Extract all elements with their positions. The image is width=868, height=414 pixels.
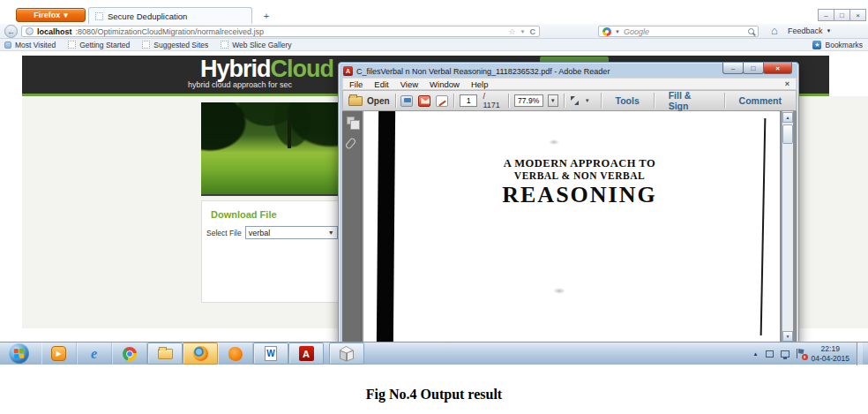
pdf-page: A MODERN APPROACH TO VERBAL & NON VERBAL… — [363, 111, 780, 342]
dropdown-arrow-icon: ▼ — [328, 230, 334, 236]
bookmark-suggested-sites[interactable]: Suggested Sites — [142, 41, 208, 49]
minimize-button[interactable]: – — [818, 9, 834, 21]
sign-icon[interactable] — [436, 95, 448, 107]
download-file-panel: Download File Select File verbal ▼ — [201, 200, 348, 303]
minimize-button[interactable]: – — [722, 63, 744, 74]
show-bookmarks-button[interactable]: ★ Bookmarks — [812, 39, 863, 51]
feedback-button[interactable]: Feedback ▼ — [788, 26, 831, 35]
menu-edit[interactable]: Edit — [374, 79, 388, 89]
attachments-icon[interactable] — [345, 137, 357, 149]
pdf-window-title: C_filesVerbal n Non Verbal Reasoning_111… — [356, 67, 610, 76]
search-placeholder: Google — [624, 27, 649, 36]
pdf-file-icon: A — [343, 66, 353, 76]
history-dropdown-icon[interactable]: ▼ — [520, 29, 526, 34]
page-total: / 1171 — [483, 92, 502, 109]
windows-logo-icon — [14, 349, 25, 359]
close-button[interactable]: × — [763, 63, 792, 74]
file-select-dropdown[interactable]: verbal ▼ — [245, 226, 338, 239]
tray-app-icon[interactable] — [766, 350, 774, 358]
fit-window-icon[interactable] — [570, 95, 580, 106]
show-desktop-button[interactable] — [857, 342, 863, 365]
scroll-down-icon[interactable]: ▼ — [782, 331, 793, 342]
vertical-scrollbar[interactable]: ▲ ▼ — [782, 111, 793, 342]
bookmark-most-visited[interactable]: Most Visited — [4, 41, 56, 49]
bookmark-getting-started[interactable]: Getting Started — [68, 41, 130, 49]
windows-taskbar: ▶ e W A ▲ 22:19 — [0, 342, 868, 365]
figure-caption: Fig No.4 Output result — [0, 387, 868, 403]
chevron-down-icon: ▾ — [64, 11, 68, 19]
pdf-content-area: A MODERN APPROACH TO VERBAL & NON VERBAL… — [342, 111, 797, 342]
search-input[interactable]: ▼ Google — [598, 26, 759, 37]
tools-button[interactable]: Tools — [607, 95, 648, 106]
tab-secure-deduplication[interactable]: Secure Deduplication — [88, 7, 252, 25]
feedback-label: Feedback — [788, 26, 823, 35]
action-center-flag-icon[interactable] — [797, 349, 804, 358]
cube-icon — [339, 346, 355, 362]
search-engine-dropdown-icon[interactable]: ▼ — [615, 29, 620, 34]
bookmark-star-icon[interactable]: ☆ — [508, 27, 515, 36]
toolbar-overflow-icon[interactable]: ▼ — [585, 98, 590, 103]
print-icon[interactable] — [400, 95, 413, 107]
taskbar-chrome[interactable] — [112, 342, 147, 365]
taskbar-word[interactable]: W — [253, 342, 288, 365]
open-folder-icon — [348, 96, 363, 106]
taskbar-firefox-active[interactable] — [183, 342, 218, 365]
taskbar-media-player[interactable]: ▶ — [41, 342, 77, 365]
scan-smudge — [553, 288, 565, 294]
email-icon[interactable] — [418, 95, 430, 107]
show-hidden-icons[interactable]: ▲ — [753, 351, 759, 357]
browser-window-controls: – □ × — [819, 9, 866, 21]
zoom-level-input[interactable]: 77.9% — [514, 94, 543, 107]
tab-favicon — [95, 12, 103, 20]
reload-icon[interactable]: C — [530, 27, 536, 36]
maximize-button[interactable]: □ — [743, 63, 764, 74]
menu-file[interactable]: File — [349, 79, 363, 89]
document-title-block: A MODERN APPROACH TO VERBAL & NON VERBAL… — [447, 157, 712, 208]
comment-button[interactable]: Comment — [730, 95, 790, 106]
search-icon[interactable] — [748, 28, 754, 34]
start-button[interactable] — [9, 343, 29, 364]
menu-window[interactable]: Window — [430, 79, 460, 89]
back-button[interactable]: ← — [4, 25, 18, 38]
firefox-menu-button[interactable]: Firefox ▾ — [16, 8, 86, 22]
avast-icon — [228, 347, 243, 361]
site-logo: HybridCloud — [200, 56, 333, 83]
bookmark-label: Web Slice Gallery — [232, 41, 291, 49]
network-icon[interactable] — [781, 350, 789, 358]
select-file-label: Select File — [206, 229, 242, 237]
page-thumbnails-icon[interactable] — [347, 117, 355, 124]
site-tagline: hybrid cloud approach for sec — [188, 80, 292, 89]
close-button[interactable]: × — [849, 9, 866, 21]
pdf-menubar: File Edit View Window Help × — [342, 78, 797, 90]
taskbar-cube-app[interactable] — [329, 342, 364, 365]
taskbar-clock[interactable]: 22:19 04-04-2015 — [812, 344, 849, 363]
bookmark-web-slice-gallery[interactable]: Web Slice Gallery — [221, 41, 291, 49]
url-path: :8080/OptimizationCloudMigration/normalr… — [76, 27, 265, 36]
address-bar[interactable]: localhost :8080/OptimizationCloudMigrati… — [21, 26, 540, 37]
open-button[interactable]: Open — [348, 96, 390, 106]
taskbar-explorer[interactable] — [147, 342, 183, 365]
doc-line1: A MODERN APPROACH TO — [447, 157, 712, 170]
zoom-dropdown-button[interactable]: ▼ — [548, 94, 558, 107]
home-icon[interactable]: ⌂ — [771, 24, 778, 37]
fill-sign-button[interactable]: Fill & Sign — [660, 90, 719, 111]
new-tab-button[interactable]: + — [259, 10, 273, 22]
taskbar-internet-explorer[interactable]: e — [77, 342, 112, 365]
scrollbar-thumb[interactable] — [782, 124, 793, 144]
toolbar-close-icon[interactable]: × — [785, 79, 789, 88]
maximize-button[interactable]: □ — [834, 9, 850, 21]
taskbar-adobe-reader-active[interactable]: A — [288, 342, 324, 365]
doc-line2: VERBAL & NON VERBAL — [447, 170, 712, 181]
scroll-up-icon[interactable]: ▲ — [782, 112, 793, 123]
menu-help[interactable]: Help — [471, 79, 489, 89]
taskbar-avast[interactable] — [218, 342, 253, 365]
tree-trunk — [288, 118, 291, 148]
page-number-input[interactable]: 1 — [460, 94, 477, 107]
pdf-titlebar[interactable]: A C_filesVerbal n Non Verbal Reasoning_1… — [343, 64, 701, 78]
chrome-icon — [123, 347, 137, 361]
toolbar-separator — [601, 93, 602, 109]
logo-hybrid: Hybrid — [200, 56, 271, 82]
pdf-window-controls: – □ × — [723, 63, 792, 74]
toolbar-separator — [395, 94, 396, 108]
menu-view[interactable]: View — [400, 79, 418, 89]
